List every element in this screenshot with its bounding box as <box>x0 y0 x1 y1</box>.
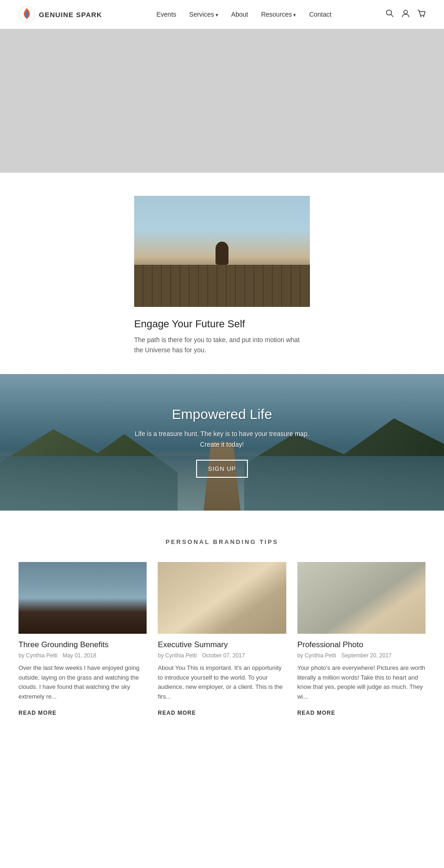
read-more-button-2[interactable]: READ MORE <box>158 710 196 716</box>
nav-item-contact[interactable]: Contact <box>309 11 331 18</box>
account-button[interactable] <box>401 9 410 20</box>
feature-image-bg <box>134 196 310 307</box>
search-button[interactable] <box>386 9 394 20</box>
empowered-subtitle: Life is a treasure hunt. The key is to h… <box>125 429 319 450</box>
feature-description: The path is there for you to take, and p… <box>134 335 310 356</box>
person-visual <box>216 242 228 265</box>
blog-author-1: by Cynthia Petti <box>18 652 57 659</box>
nav-links: Events Services About Resources Contact <box>156 11 331 18</box>
blog-card-title-2: Executive Summary <box>158 640 286 649</box>
nav-link-contact[interactable]: Contact <box>309 11 331 18</box>
empowered-title: Empowered Life <box>125 406 319 422</box>
svg-point-3 <box>404 10 407 14</box>
empowered-section: Empowered Life Life is a treasure hunt. … <box>0 374 444 511</box>
blog-date-3: September 20, 2017 <box>341 652 392 659</box>
nav-icons <box>386 9 426 20</box>
cart-button[interactable] <box>417 9 426 20</box>
blog-card-3: Professional Photo by Cynthia Petti Sept… <box>297 562 426 717</box>
feature-text: Engage Your Future Self The path is ther… <box>134 318 310 356</box>
blog-card-image-3 <box>297 562 426 634</box>
logo-text: GENUINE SPARK <box>39 11 102 19</box>
blog-grid: Three Grounding Benefits by Cynthia Pett… <box>18 562 426 717</box>
blog-card-title-3: Professional Photo <box>297 640 426 649</box>
blog-card-1: Three Grounding Benefits by Cynthia Pett… <box>18 562 147 717</box>
cart-icon <box>417 9 426 18</box>
nav-link-events[interactable]: Events <box>156 11 176 18</box>
blog-date-2: October 07, 2017 <box>202 652 245 659</box>
dock-visual <box>134 265 310 307</box>
feature-title: Engage Your Future Self <box>134 318 310 330</box>
blog-author-2: by Cynthia Petti <box>158 652 197 659</box>
search-icon <box>386 9 394 18</box>
svg-point-4 <box>420 16 422 17</box>
blog-card-2: Executive Summary by Cynthia Petti Octob… <box>158 562 286 717</box>
blog-card-title-1: Three Grounding Benefits <box>18 640 147 649</box>
logo[interactable]: GENUINE SPARK <box>18 6 102 23</box>
nav-item-services[interactable]: Services <box>189 11 218 18</box>
nav-link-resources[interactable]: Resources <box>261 11 296 18</box>
feature-section: Engage Your Future Self The path is ther… <box>0 173 444 374</box>
logo-icon <box>18 6 35 23</box>
blog-card-meta-2: by Cynthia Petti October 07, 2017 <box>158 652 286 659</box>
read-more-button-1[interactable]: READ MORE <box>18 710 56 716</box>
nav-link-about[interactable]: About <box>231 11 248 18</box>
nav-link-services[interactable]: Services <box>189 11 218 18</box>
svg-point-5 <box>423 16 425 17</box>
blog-card-meta-3: by Cynthia Petti September 20, 2017 <box>297 652 426 659</box>
nav-item-resources[interactable]: Resources <box>261 11 296 18</box>
blog-card-image-1 <box>18 562 147 634</box>
nav-item-events[interactable]: Events <box>156 11 176 18</box>
hero-banner <box>0 29 444 173</box>
empowered-overlay: Empowered Life Life is a treasure hunt. … <box>116 397 328 487</box>
navbar: GENUINE SPARK Events Services About Reso… <box>0 0 444 29</box>
feature-image <box>134 196 310 307</box>
blog-card-meta-1: by Cynthia Petti May 01, 2018 <box>18 652 147 659</box>
blog-card-image-2 <box>158 562 286 634</box>
blog-excerpt-3: Your photo's are everywhere! Pictures ar… <box>297 663 426 702</box>
blog-section: PERSONAL BRANDING TIPS Three Grounding B… <box>0 511 444 740</box>
blog-section-title: PERSONAL BRANDING TIPS <box>18 538 426 545</box>
blog-date-1: May 01, 2018 <box>62 652 96 659</box>
svg-line-2 <box>391 14 393 17</box>
account-icon <box>401 9 410 18</box>
blog-excerpt-1: Over the last few weeks I have enjoyed g… <box>18 663 147 702</box>
nav-item-about[interactable]: About <box>231 11 248 18</box>
read-more-button-3[interactable]: READ MORE <box>297 710 335 716</box>
svg-point-1 <box>386 10 391 15</box>
signup-button[interactable]: SIGN UP <box>196 460 248 478</box>
blog-author-3: by Cynthia Petti <box>297 652 336 659</box>
blog-excerpt-2: About You This is important. It's an opp… <box>158 663 286 702</box>
